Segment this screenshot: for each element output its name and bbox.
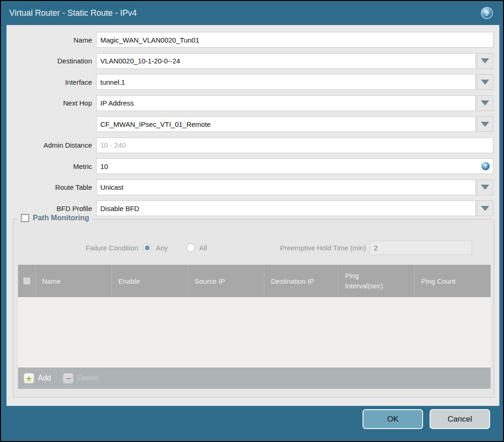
table-header-ping-interval[interactable]: Ping Interval(sec) (338, 265, 414, 297)
bfd-profile-input[interactable] (96, 200, 476, 216)
dialog-title: Virtual Router - Static Route - IPv4 (9, 8, 137, 18)
form-row-route-table: Route Table (7, 180, 499, 195)
form-row-next-hop: Next Hop (7, 95, 499, 111)
minus-icon: − (63, 373, 74, 384)
plus-icon: + (24, 373, 34, 384)
preemptive-hold-time-label: Preemptive Hold Time (min) (280, 244, 366, 252)
interface-label: Interface (7, 78, 96, 86)
delete-button[interactable]: − Delete (63, 373, 98, 384)
table-header-source-ip[interactable]: Source IP (188, 265, 264, 297)
ok-button[interactable]: OK (363, 409, 423, 429)
path-monitoring-legend: Path Monitoring (18, 214, 92, 222)
next-hop-type-input[interactable] (96, 95, 476, 111)
destination-input[interactable] (96, 53, 476, 69)
chevron-down-icon (481, 100, 489, 106)
table-select-all-cell (18, 265, 35, 297)
bfd-profile-label: BFD Profile (7, 205, 96, 212)
chevron-down-icon (481, 185, 489, 190)
dialog-body: Name Destination Interface (6, 25, 499, 406)
admin-distance-input[interactable] (96, 137, 493, 153)
chevron-down-icon (481, 122, 489, 127)
chevron-down-icon (481, 58, 489, 63)
cancel-button[interactable]: Cancel (430, 409, 490, 429)
next-hop-address-input[interactable] (96, 116, 476, 132)
table-toolbar: + Add − Delete (18, 367, 491, 389)
header-label: Ping Count (421, 277, 455, 285)
failure-condition-label: Failure Condition (13, 244, 143, 252)
table-header-name[interactable]: Name (35, 265, 111, 297)
failure-condition-any-option[interactable]: Any (143, 243, 168, 252)
table-header-enable[interactable]: Enable (111, 265, 188, 297)
radio-unselected-icon (186, 243, 195, 252)
header-label: Enable (118, 277, 140, 285)
route-table-input[interactable] (96, 180, 476, 195)
table-body-empty (18, 297, 491, 367)
next-hop-address-dropdown-button[interactable] (477, 116, 493, 132)
delete-button-label: Delete (77, 374, 98, 382)
select-all-checkbox[interactable] (23, 277, 31, 285)
next-hop-label: Next Hop (7, 99, 96, 107)
form-row-next-hop-address (7, 116, 499, 132)
add-button-label: Add (38, 374, 51, 382)
form-row-destination: Destination (7, 53, 499, 69)
table-header-destination-ip[interactable]: Destination IP (264, 265, 338, 297)
metric-label: Metric (7, 162, 96, 170)
header-label: Name (42, 277, 61, 285)
next-hop-type-dropdown-button[interactable] (477, 95, 493, 111)
failure-condition-all-option[interactable]: All (186, 243, 207, 252)
failure-condition-any-label: Any (156, 244, 168, 252)
header-label: Destination IP (271, 277, 314, 285)
bfd-profile-dropdown-button[interactable] (477, 200, 493, 216)
path-monitoring-checkbox[interactable] (21, 214, 29, 222)
admin-distance-label: Admin Distance (7, 141, 96, 149)
header-label: Source IP (195, 277, 225, 285)
dialog-virtual-router-static-route: Virtual Router - Static Route - IPv4 ? N… (0, 0, 504, 442)
interface-dropdown-button[interactable] (477, 74, 493, 90)
add-button[interactable]: + Add (24, 373, 51, 384)
form-row-name: Name (7, 32, 499, 48)
form-row-metric: Metric ? (7, 158, 499, 174)
route-table-label: Route Table (7, 183, 96, 191)
table-header-row: Name Enable Source IP Destination IP Pin… (18, 265, 491, 297)
chevron-down-icon (481, 80, 489, 85)
path-monitoring-table: Name Enable Source IP Destination IP Pin… (18, 265, 491, 389)
metric-help-icon[interactable]: ? (481, 162, 490, 170)
path-monitoring-section: Path Monitoring Failure Condition Any Al… (13, 219, 494, 398)
route-table-dropdown-button[interactable] (477, 180, 493, 195)
metric-input[interactable] (96, 158, 493, 174)
header-label: Ping Interval(sec) (345, 271, 391, 291)
chevron-down-icon (481, 206, 489, 211)
dialog-titlebar: Virtual Router - Static Route - IPv4 (1, 1, 503, 25)
preemptive-hold-time-input[interactable] (369, 241, 472, 255)
name-label: Name (7, 36, 96, 44)
form-row-interface: Interface (7, 74, 499, 90)
path-monitoring-options-row: Failure Condition Any All Preemptive Hol… (13, 240, 494, 255)
help-icon[interactable]: ? (481, 7, 493, 19)
name-input[interactable] (96, 32, 493, 48)
radio-selected-icon (143, 243, 152, 252)
form-row-admin-distance: Admin Distance (7, 137, 499, 153)
destination-label: Destination (7, 57, 96, 65)
failure-condition-all-label: All (199, 244, 207, 252)
destination-dropdown-button[interactable] (477, 53, 493, 69)
table-header-ping-count[interactable]: Ping Count (414, 265, 491, 297)
path-monitoring-title: Path Monitoring (33, 214, 89, 222)
interface-input[interactable] (96, 74, 476, 90)
